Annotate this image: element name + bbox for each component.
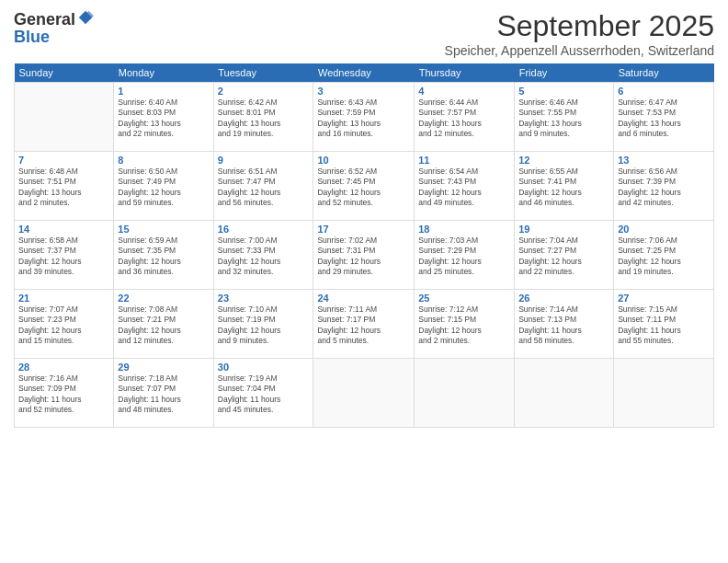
month-title: September 2025 <box>445 9 714 43</box>
day-number: 14 <box>18 224 109 235</box>
day-info: Sunrise: 6:56 AM Sunset: 7:39 PM Dayligh… <box>618 167 710 209</box>
day-number: 22 <box>118 293 209 304</box>
day-number: 3 <box>317 86 410 97</box>
day-number: 8 <box>118 155 209 166</box>
day-info: Sunrise: 6:40 AM Sunset: 8:03 PM Dayligh… <box>118 98 209 140</box>
calendar-cell: 19Sunrise: 7:04 AM Sunset: 7:27 PM Dayli… <box>515 221 614 290</box>
day-info: Sunrise: 7:08 AM Sunset: 7:21 PM Dayligh… <box>118 304 209 347</box>
header: General Blue September 2025 Speicher, Ap… <box>14 9 714 58</box>
day-number: 15 <box>118 224 209 235</box>
day-info: Sunrise: 6:47 AM Sunset: 7:53 PM Dayligh… <box>618 98 710 140</box>
day-info: Sunrise: 6:54 AM Sunset: 7:43 PM Dayligh… <box>418 167 510 209</box>
calendar-cell: 17Sunrise: 7:02 AM Sunset: 7:31 PM Dayli… <box>313 221 415 290</box>
calendar-week-row: 14Sunrise: 6:58 AM Sunset: 7:37 PM Dayli… <box>15 221 714 290</box>
calendar-cell: 1Sunrise: 6:40 AM Sunset: 8:03 PM Daylig… <box>114 83 213 152</box>
calendar-header-row: SundayMondayTuesdayWednesdayThursdayFrid… <box>15 63 714 83</box>
day-number: 6 <box>618 86 710 97</box>
day-info: Sunrise: 6:46 AM Sunset: 7:55 PM Dayligh… <box>518 98 609 140</box>
calendar-cell: 15Sunrise: 6:59 AM Sunset: 7:35 PM Dayli… <box>114 221 213 290</box>
day-info: Sunrise: 7:07 AM Sunset: 7:23 PM Dayligh… <box>18 304 109 347</box>
day-number: 7 <box>18 155 109 166</box>
day-info: Sunrise: 6:44 AM Sunset: 7:57 PM Dayligh… <box>418 98 510 140</box>
calendar-cell: 2Sunrise: 6:42 AM Sunset: 8:01 PM Daylig… <box>213 83 313 152</box>
day-info: Sunrise: 7:16 AM Sunset: 7:09 PM Dayligh… <box>18 373 109 416</box>
day-header-wednesday: Wednesday <box>313 63 415 83</box>
day-header-saturday: Saturday <box>614 63 714 83</box>
day-info: Sunrise: 7:02 AM Sunset: 7:31 PM Dayligh… <box>317 236 410 278</box>
title-block: September 2025 Speicher, Appenzell Ausse… <box>445 9 714 58</box>
calendar-cell: 25Sunrise: 7:12 AM Sunset: 7:15 PM Dayli… <box>415 290 515 359</box>
day-info: Sunrise: 7:00 AM Sunset: 7:33 PM Dayligh… <box>218 236 310 278</box>
calendar-cell: 24Sunrise: 7:11 AM Sunset: 7:17 PM Dayli… <box>313 290 415 359</box>
calendar-week-row: 21Sunrise: 7:07 AM Sunset: 7:23 PM Dayli… <box>15 290 714 359</box>
day-info: Sunrise: 6:50 AM Sunset: 7:49 PM Dayligh… <box>118 167 209 209</box>
day-info: Sunrise: 6:59 AM Sunset: 7:35 PM Dayligh… <box>118 236 209 278</box>
day-header-friday: Friday <box>515 63 614 83</box>
day-number: 26 <box>518 293 609 304</box>
calendar-cell: 14Sunrise: 6:58 AM Sunset: 7:37 PM Dayli… <box>15 221 114 290</box>
day-number: 4 <box>418 86 510 97</box>
calendar-cell: 7Sunrise: 6:48 AM Sunset: 7:51 PM Daylig… <box>15 152 114 221</box>
calendar-cell: 8Sunrise: 6:50 AM Sunset: 7:49 PM Daylig… <box>114 152 213 221</box>
day-info: Sunrise: 6:51 AM Sunset: 7:47 PM Dayligh… <box>218 167 310 209</box>
day-info: Sunrise: 7:14 AM Sunset: 7:13 PM Dayligh… <box>518 304 609 347</box>
day-info: Sunrise: 7:15 AM Sunset: 7:11 PM Dayligh… <box>618 304 710 347</box>
day-info: Sunrise: 6:58 AM Sunset: 7:37 PM Dayligh… <box>18 236 109 278</box>
calendar-week-row: 7Sunrise: 6:48 AM Sunset: 7:51 PM Daylig… <box>15 152 714 221</box>
logo-general-text: General <box>14 11 75 28</box>
calendar-cell: 4Sunrise: 6:44 AM Sunset: 7:57 PM Daylig… <box>415 83 515 152</box>
calendar-cell: 30Sunrise: 7:19 AM Sunset: 7:04 PM Dayli… <box>213 359 313 428</box>
logo-blue-text: Blue <box>14 28 50 46</box>
calendar-cell: 20Sunrise: 7:06 AM Sunset: 7:25 PM Dayli… <box>614 221 714 290</box>
calendar-cell: 13Sunrise: 6:56 AM Sunset: 7:39 PM Dayli… <box>614 152 714 221</box>
day-info: Sunrise: 7:11 AM Sunset: 7:17 PM Dayligh… <box>317 304 410 347</box>
day-info: Sunrise: 6:48 AM Sunset: 7:51 PM Dayligh… <box>18 167 109 209</box>
day-number: 19 <box>518 224 609 235</box>
day-info: Sunrise: 6:52 AM Sunset: 7:45 PM Dayligh… <box>317 167 410 209</box>
calendar-cell: 10Sunrise: 6:52 AM Sunset: 7:45 PM Dayli… <box>313 152 415 221</box>
calendar-cell: 21Sunrise: 7:07 AM Sunset: 7:23 PM Dayli… <box>15 290 114 359</box>
calendar-cell <box>15 83 114 152</box>
day-number: 20 <box>618 224 710 235</box>
day-info: Sunrise: 7:04 AM Sunset: 7:27 PM Dayligh… <box>518 236 609 278</box>
calendar-week-row: 28Sunrise: 7:16 AM Sunset: 7:09 PM Dayli… <box>15 359 714 428</box>
day-info: Sunrise: 6:43 AM Sunset: 7:59 PM Dayligh… <box>317 98 410 140</box>
day-info: Sunrise: 7:06 AM Sunset: 7:25 PM Dayligh… <box>618 236 710 278</box>
calendar-table: SundayMondayTuesdayWednesdayThursdayFrid… <box>14 63 714 428</box>
calendar-cell: 16Sunrise: 7:00 AM Sunset: 7:33 PM Dayli… <box>213 221 313 290</box>
calendar-cell: 9Sunrise: 6:51 AM Sunset: 7:47 PM Daylig… <box>213 152 313 221</box>
day-number: 1 <box>118 86 209 97</box>
day-info: Sunrise: 7:18 AM Sunset: 7:07 PM Dayligh… <box>118 373 209 416</box>
calendar-week-row: 1Sunrise: 6:40 AM Sunset: 8:03 PM Daylig… <box>15 83 714 152</box>
calendar-cell: 23Sunrise: 7:10 AM Sunset: 7:19 PM Dayli… <box>213 290 313 359</box>
calendar-cell: 12Sunrise: 6:55 AM Sunset: 7:41 PM Dayli… <box>515 152 614 221</box>
day-number: 24 <box>317 293 410 304</box>
day-number: 18 <box>418 224 510 235</box>
day-number: 21 <box>18 293 109 304</box>
calendar-cell: 26Sunrise: 7:14 AM Sunset: 7:13 PM Dayli… <box>515 290 614 359</box>
day-info: Sunrise: 7:10 AM Sunset: 7:19 PM Dayligh… <box>218 304 310 347</box>
logo: General Blue <box>14 9 94 47</box>
day-number: 23 <box>218 293 310 304</box>
calendar-cell: 6Sunrise: 6:47 AM Sunset: 7:53 PM Daylig… <box>614 83 714 152</box>
day-header-sunday: Sunday <box>15 63 114 83</box>
calendar-cell: 18Sunrise: 7:03 AM Sunset: 7:29 PM Dayli… <box>415 221 515 290</box>
calendar-cell <box>614 359 714 428</box>
day-number: 2 <box>218 86 310 97</box>
day-number: 5 <box>518 86 609 97</box>
day-number: 17 <box>317 224 410 235</box>
day-number: 12 <box>518 155 609 166</box>
day-number: 10 <box>317 155 410 166</box>
day-number: 28 <box>18 362 109 373</box>
day-info: Sunrise: 6:42 AM Sunset: 8:01 PM Dayligh… <box>218 98 310 140</box>
day-number: 25 <box>418 293 510 304</box>
day-header-monday: Monday <box>114 63 213 83</box>
calendar-cell: 28Sunrise: 7:16 AM Sunset: 7:09 PM Dayli… <box>15 359 114 428</box>
day-number: 29 <box>118 362 209 373</box>
day-info: Sunrise: 7:03 AM Sunset: 7:29 PM Dayligh… <box>418 236 510 278</box>
day-number: 27 <box>618 293 710 304</box>
calendar-cell: 5Sunrise: 6:46 AM Sunset: 7:55 PM Daylig… <box>515 83 614 152</box>
location: Speicher, Appenzell Ausserrhoden, Switze… <box>445 43 714 58</box>
day-number: 16 <box>218 224 310 235</box>
calendar-cell <box>415 359 515 428</box>
